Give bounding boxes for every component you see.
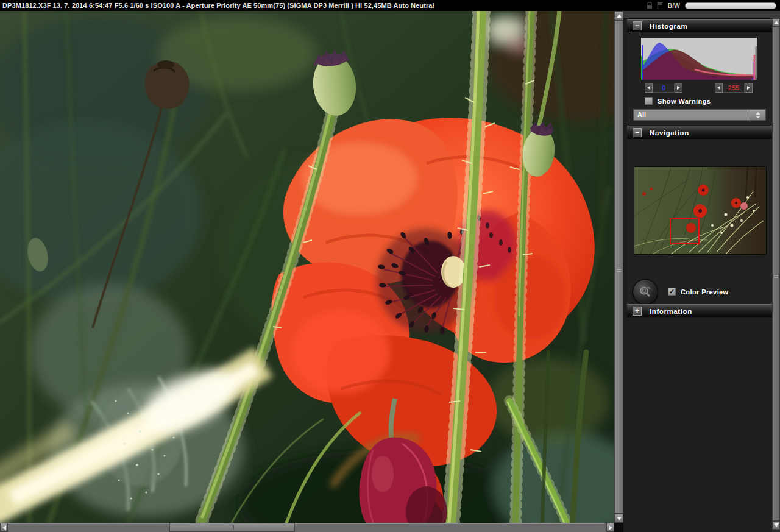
title-bar: DP3M1812.X3F 13. 7. 2014 6:54:47 F5.6 1/… — [0, 0, 780, 11]
triangle-right-icon — [747, 86, 750, 90]
sidebar-scroll-down-button[interactable] — [772, 521, 780, 530]
show-warnings-row: Show Warnings — [645, 97, 711, 105]
min-increment-button[interactable] — [675, 83, 682, 93]
information-panel-title: Information — [650, 308, 692, 315]
collapse-histogram-button[interactable]: − — [633, 21, 642, 30]
triangle-left-icon — [647, 86, 650, 90]
scroll-right-button[interactable] — [606, 523, 614, 532]
triangle-down-icon — [617, 517, 622, 520]
vertical-scroll-thumb[interactable] — [614, 20, 623, 514]
photo-poppy — [0, 11, 614, 523]
sidebar-scroll-up-button[interactable] — [772, 18, 780, 27]
channel-select-spinner-button[interactable] — [750, 110, 765, 120]
image-vertical-scrollbar[interactable] — [614, 11, 623, 523]
navigation-panel-title: Navigation — [650, 129, 689, 137]
sidebar-scroll-thumb[interactable] — [772, 27, 780, 521]
image-viewport[interactable] — [0, 11, 614, 523]
flag-icon[interactable] — [657, 2, 664, 9]
information-panel-header[interactable]: + Information — [627, 304, 772, 317]
triangle-up-icon — [756, 112, 760, 115]
navigation-panel-body: ✓ Color Preview — [627, 139, 772, 304]
loupe-button[interactable] — [633, 279, 658, 305]
histogram-panel-title: Histogram — [650, 23, 687, 30]
image-horizontal-scrollbar[interactable] — [0, 523, 614, 532]
triangle-down-icon — [774, 523, 779, 527]
image-info-text: DP3M1812.X3F 13. 7. 2014 6:54:47 F5.6 1/… — [0, 2, 434, 9]
max-decrement-button[interactable] — [715, 83, 723, 93]
triangle-right-icon — [677, 86, 680, 90]
sidebar: − Histogram 0 255 — [623, 11, 780, 532]
collapse-navigation-button[interactable]: − — [633, 128, 642, 137]
color-preview-label: Color Preview — [681, 288, 729, 296]
histogram-chart — [641, 38, 757, 80]
scroll-left-button[interactable] — [0, 523, 8, 532]
histogram-min-spinner: 0 — [645, 83, 682, 93]
information-panel-body — [627, 317, 772, 532]
lock-icon[interactable] — [647, 2, 653, 9]
triangle-right-icon — [609, 525, 612, 530]
color-preview-row: ✓ Color Preview — [668, 288, 729, 296]
color-preview-checkbox[interactable]: ✓ — [668, 288, 676, 296]
sidebar-scrollbar[interactable] — [772, 18, 780, 532]
max-increment-button[interactable] — [745, 83, 753, 93]
histogram-min-value[interactable]: 0 — [653, 83, 675, 93]
show-warnings-label: Show Warnings — [658, 98, 711, 105]
triangle-up-icon — [617, 14, 622, 18]
progress-bar — [685, 2, 776, 9]
triangle-down-icon — [756, 116, 760, 118]
expand-information-button[interactable]: + — [633, 307, 642, 316]
bw-label: B/W — [668, 2, 680, 9]
channel-select-value: All — [634, 110, 750, 120]
histogram-max-value[interactable]: 255 — [723, 83, 745, 93]
scroll-up-button[interactable] — [614, 11, 623, 20]
min-decrement-button[interactable] — [645, 83, 653, 93]
horizontal-scroll-thumb[interactable] — [169, 523, 295, 532]
navigation-thumbnail[interactable] — [634, 166, 767, 255]
triangle-left-icon — [2, 525, 6, 530]
sidebar-top-strip — [623, 11, 780, 19]
triangle-up-icon — [774, 21, 779, 24]
histogram-panel-body: 0 255 Show Warnings All — [627, 32, 772, 126]
histogram-panel-header[interactable]: − Histogram — [627, 19, 772, 32]
navigation-panel-header[interactable]: − Navigation — [627, 126, 772, 139]
scroll-down-button[interactable] — [614, 514, 623, 523]
magnifier-icon — [639, 285, 652, 299]
show-warnings-checkbox[interactable] — [645, 97, 653, 105]
horizontal-scroll-track[interactable] — [8, 523, 605, 532]
channel-select[interactable]: All — [633, 109, 766, 121]
scrollbar-corner — [614, 523, 623, 532]
triangle-left-icon — [717, 86, 720, 90]
histogram-max-spinner: 255 — [715, 83, 753, 93]
